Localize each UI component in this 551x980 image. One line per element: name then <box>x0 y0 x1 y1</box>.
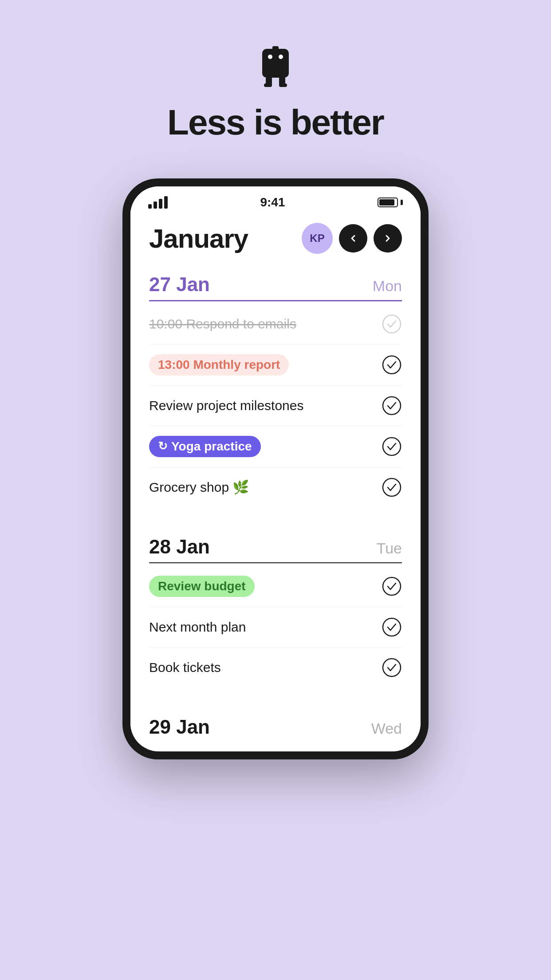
svg-rect-7 <box>279 83 287 87</box>
svg-point-12 <box>383 478 401 496</box>
task-text: Review project milestones <box>149 398 303 413</box>
svg-point-1 <box>268 55 272 59</box>
task-item[interactable]: Book tickets <box>149 648 402 688</box>
app-header: January KP <box>130 214 421 263</box>
status-bar: 9:41 <box>130 186 421 214</box>
day-name-27jan: Mon <box>373 277 402 295</box>
task-text: Next month plan <box>149 620 246 635</box>
svg-rect-6 <box>264 83 272 87</box>
task-text: Book tickets <box>149 660 221 675</box>
header-controls: KP <box>302 223 402 254</box>
top-section: Less is better <box>167 0 384 143</box>
day-date-27jan: 27 Jan <box>149 273 210 296</box>
task-check-icon[interactable] <box>382 436 402 457</box>
task-item[interactable]: Grocery shop 🌿 <box>149 467 402 507</box>
day-section-27jan: 27 Jan Mon 10:00 Respond to emails <box>149 263 402 507</box>
task-tag-purple: ↻ Yoga practice <box>149 436 261 457</box>
signal-icon <box>148 196 168 209</box>
task-text: Grocery shop 🌿 <box>149 479 249 495</box>
svg-point-15 <box>383 659 401 676</box>
day-header-29jan: 29 Jan Wed <box>149 705 402 743</box>
section-gap-2 <box>149 692 402 705</box>
day-header-27jan: 27 Jan Mon <box>149 263 402 300</box>
svg-rect-3 <box>272 46 279 51</box>
section-gap <box>149 512 402 525</box>
task-tag-green: Review budget <box>149 576 255 597</box>
battery-icon <box>378 198 403 207</box>
status-time: 9:41 <box>260 195 285 209</box>
task-item[interactable]: Review budget <box>149 566 402 607</box>
day-header-28jan: 28 Jan Tue <box>149 525 402 562</box>
day-divider-28jan <box>149 562 402 564</box>
day-section-29jan: 29 Jan Wed <box>149 705 402 747</box>
prev-month-button[interactable] <box>339 224 367 253</box>
svg-point-2 <box>279 55 283 59</box>
day-divider-27jan <box>149 300 402 301</box>
day-date-29jan: 29 Jan <box>149 716 210 738</box>
next-month-button[interactable] <box>374 224 402 253</box>
task-item[interactable]: Next month plan <box>149 607 402 648</box>
chevron-right-icon <box>382 233 393 244</box>
task-tag-pink: 13:00 Monthly report <box>149 354 289 375</box>
day-name-29jan: Wed <box>371 720 402 737</box>
task-text: 10:00 Respond to emails <box>149 316 296 332</box>
svg-rect-0 <box>262 49 289 78</box>
phone-frame: 9:41 January KP <box>122 178 429 759</box>
chevron-left-icon <box>348 233 358 244</box>
svg-point-10 <box>383 397 401 415</box>
task-item[interactable]: 10:00 Respond to emails <box>149 304 402 344</box>
refresh-icon: ↻ <box>158 439 168 453</box>
svg-point-9 <box>383 356 401 374</box>
task-check-icon[interactable] <box>382 395 402 416</box>
task-item[interactable]: Review project milestones <box>149 386 402 426</box>
month-title: January <box>149 223 248 254</box>
task-check-icon[interactable] <box>382 314 402 334</box>
task-check-icon[interactable] <box>382 657 402 678</box>
phone-screen: 9:41 January KP <box>130 186 421 751</box>
svg-point-8 <box>383 315 401 333</box>
svg-point-14 <box>383 618 401 636</box>
svg-point-11 <box>383 438 401 455</box>
task-list: 27 Jan Mon 10:00 Respond to emails <box>130 263 421 747</box>
day-section-28jan: 28 Jan Tue Review budget <box>149 525 402 688</box>
monster-icon <box>251 40 300 89</box>
task-check-icon[interactable] <box>382 576 402 597</box>
task-check-icon[interactable] <box>382 477 402 498</box>
user-avatar[interactable]: KP <box>302 223 333 254</box>
app-tagline: Less is better <box>167 102 384 143</box>
task-check-icon[interactable] <box>382 617 402 637</box>
svg-point-13 <box>383 577 401 595</box>
task-item[interactable]: 13:00 Monthly report <box>149 344 402 386</box>
day-name-28jan: Tue <box>377 540 402 557</box>
task-item[interactable]: ↻ Yoga practice <box>149 426 402 467</box>
task-check-icon[interactable] <box>382 355 402 375</box>
day-date-28jan: 28 Jan <box>149 536 210 558</box>
